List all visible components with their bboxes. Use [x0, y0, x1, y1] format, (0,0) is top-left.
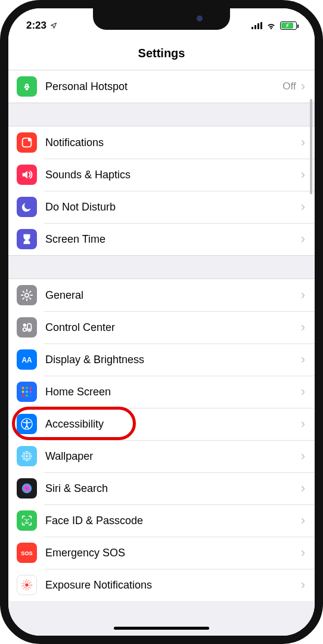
- settings-group: Personal HotspotOff›: [8, 70, 315, 103]
- settings-row-siri-search[interactable]: Siri & Search›: [8, 472, 315, 504]
- row-label: Do Not Disturb: [45, 201, 301, 213]
- settings-row-home-screen[interactable]: Home Screen›: [8, 376, 315, 408]
- svg-point-5: [23, 328, 27, 332]
- svg-text:AA: AA: [21, 356, 32, 364]
- general-icon: [17, 285, 37, 305]
- row-label: Screen Time: [45, 233, 301, 246]
- svg-point-2: [28, 138, 32, 142]
- row-label: Sounds & Haptics: [45, 169, 301, 181]
- settings-group: Notifications›Sounds & Haptics›Do Not Di…: [8, 126, 315, 255]
- settings-row-personal-hotspot[interactable]: Personal HotspotOff›: [8, 70, 315, 103]
- settings-row-display-brightness[interactable]: AADisplay & Brightness›: [8, 343, 315, 376]
- settings-group: General›Control Center›AADisplay & Brigh…: [8, 279, 315, 601]
- row-value: Off: [282, 80, 296, 92]
- row-label: Accessibility: [45, 418, 301, 431]
- chevron-right-icon: ›: [301, 287, 305, 303]
- settings-row-exposure-notifications[interactable]: Exposure Notifications›: [8, 569, 315, 601]
- scroll-indicator: [310, 99, 312, 194]
- controlcenter-icon: [17, 317, 37, 338]
- svg-rect-14: [30, 391, 32, 393]
- row-label: Exposure Notifications: [45, 579, 301, 592]
- settings-row-accessibility[interactable]: Accessibility›: [8, 408, 315, 440]
- notch: [93, 8, 230, 30]
- wifi-icon: [266, 21, 277, 30]
- device-frame: 2:23 ⚡︎ Settings Personal HotspotOff›Not…: [0, 0, 323, 644]
- home-indicator[interactable]: [114, 627, 209, 630]
- settings-row-face-id-passcode[interactable]: Face ID & Passcode›: [8, 504, 315, 537]
- group-separator: [8, 255, 315, 279]
- svg-point-4: [23, 324, 27, 327]
- sos-icon: SOS: [17, 543, 37, 563]
- battery-icon: ⚡︎: [280, 21, 297, 30]
- svg-point-20: [26, 455, 28, 457]
- settings-row-do-not-disturb[interactable]: Do Not Disturb›: [8, 191, 315, 223]
- svg-point-24: [24, 519, 26, 520]
- settings-row-wallpaper[interactable]: Wallpaper›: [8, 440, 315, 472]
- svg-rect-16: [26, 395, 28, 397]
- homescreen-icon: [17, 382, 37, 402]
- chevron-right-icon: ›: [301, 513, 305, 528]
- row-label: Siri & Search: [45, 482, 301, 495]
- svg-rect-10: [26, 387, 28, 389]
- row-label: Wallpaper: [45, 450, 301, 463]
- svg-rect-12: [22, 391, 24, 393]
- row-label: Display & Brightness: [45, 354, 301, 366]
- svg-rect-17: [30, 395, 32, 397]
- location-arrow-icon: [50, 22, 57, 29]
- settings-row-emergency-sos[interactable]: SOSEmergency SOS›: [8, 537, 315, 569]
- chevron-right-icon: ›: [301, 320, 305, 335]
- row-label: Emergency SOS: [45, 547, 301, 559]
- svg-point-7: [28, 328, 30, 330]
- row-label: Notifications: [45, 137, 301, 149]
- svg-point-25: [28, 519, 29, 520]
- settings-row-sounds-haptics[interactable]: Sounds & Haptics›: [8, 159, 315, 191]
- svg-text:SOS: SOS: [21, 550, 32, 556]
- screen: 2:23 ⚡︎ Settings Personal HotspotOff›Not…: [8, 8, 315, 636]
- chevron-right-icon: ›: [301, 416, 305, 432]
- row-label: Personal Hotspot: [45, 80, 282, 93]
- row-label: Home Screen: [45, 386, 301, 398]
- dnd-icon: [17, 197, 37, 217]
- settings-row-general[interactable]: General›: [8, 279, 315, 311]
- faceid-icon: [17, 510, 37, 531]
- exposure-icon: [17, 575, 37, 595]
- svg-rect-9: [22, 387, 24, 389]
- header: Settings: [8, 37, 315, 70]
- settings-row-control-center[interactable]: Control Center›: [8, 311, 315, 343]
- group-separator: [8, 103, 315, 126]
- svg-point-27: [25, 583, 29, 587]
- status-time: 2:23: [26, 20, 46, 32]
- screentime-icon: [17, 229, 37, 249]
- sounds-icon: [17, 165, 37, 185]
- chevron-right-icon: ›: [301, 481, 305, 496]
- svg-point-19: [26, 420, 27, 422]
- chevron-right-icon: ›: [301, 448, 305, 464]
- accessibility-icon: [17, 414, 37, 434]
- svg-rect-13: [26, 391, 28, 393]
- chevron-right-icon: ›: [301, 231, 305, 247]
- chevron-right-icon: ›: [301, 199, 305, 215]
- chevron-right-icon: ›: [301, 167, 305, 182]
- page-title: Settings: [138, 47, 185, 60]
- chevron-right-icon: ›: [301, 577, 305, 593]
- chevron-right-icon: ›: [301, 384, 305, 400]
- wallpaper-icon: [17, 446, 37, 466]
- hotspot-icon: [17, 76, 37, 97]
- settings-row-screen-time[interactable]: Screen Time›: [8, 223, 315, 255]
- chevron-right-icon: ›: [301, 352, 305, 367]
- svg-rect-11: [30, 387, 32, 389]
- svg-point-23: [22, 484, 32, 494]
- display-icon: AA: [17, 349, 37, 370]
- row-label: Face ID & Passcode: [45, 515, 301, 527]
- settings-list[interactable]: Personal HotspotOff›Notifications›Sounds…: [8, 70, 315, 636]
- chevron-right-icon: ›: [301, 545, 305, 561]
- row-label: Control Center: [45, 321, 301, 334]
- chevron-right-icon: ›: [301, 79, 305, 94]
- row-label: General: [45, 289, 301, 302]
- siri-icon: [17, 478, 37, 499]
- svg-point-3: [25, 293, 29, 297]
- notifications-icon: [17, 132, 37, 153]
- cellular-icon: [251, 22, 262, 29]
- svg-point-0: [26, 84, 28, 86]
- settings-row-notifications[interactable]: Notifications›: [8, 126, 315, 159]
